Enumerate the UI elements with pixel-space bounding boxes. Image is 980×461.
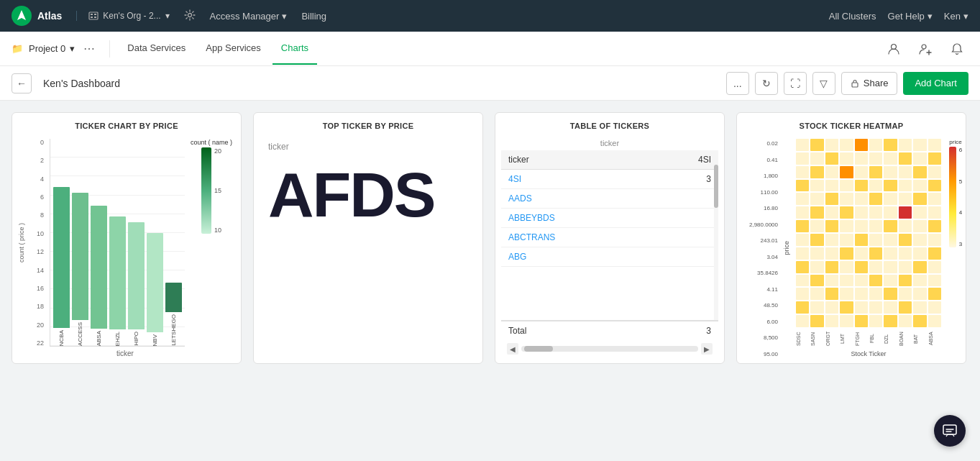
bar-chart-area: count ( price ) 22 20 18 16 14 12 10 8 6…: [18, 139, 232, 347]
heatmap-cell: [928, 247, 941, 260]
heatmap-y-label: 110.00: [743, 189, 778, 196]
heatmap-cell: [913, 261, 926, 273]
invite-icon-button[interactable]: [914, 37, 937, 60]
heatmap-cell: [899, 152, 912, 165]
heatmap-cell: [855, 301, 868, 314]
svg-point-6: [188, 13, 191, 17]
heatmap-x-label: SDSC: [796, 329, 809, 349]
fullscreen-button[interactable]: ⛶: [784, 72, 807, 95]
project-selector[interactable]: 📁 Project 0 ▾: [12, 43, 75, 54]
get-help-dropdown-icon: ▾: [928, 11, 933, 22]
heatmap-cell: [796, 220, 809, 232]
back-button[interactable]: ←: [12, 73, 32, 93]
logo-text: Atlas: [37, 10, 62, 22]
heatmap-y-label: 243.01: [743, 237, 778, 244]
value-cell: [651, 189, 718, 209]
charts-link[interactable]: Charts: [273, 32, 317, 65]
heatmap-cell: [913, 152, 926, 165]
heatmap-x-label: BOAN: [899, 329, 912, 349]
logo-area[interactable]: Atlas: [12, 6, 62, 26]
filter-button[interactable]: ▽: [812, 72, 835, 95]
bar-fill: [165, 283, 182, 312]
legend-label: count ( name ): [191, 139, 232, 146]
heatmap-y-label: 3.04: [743, 254, 778, 260]
heatmap-row: [796, 301, 941, 314]
access-manager-button[interactable]: Access Manager ▾: [210, 11, 288, 22]
heatmap-cell: [840, 193, 853, 205]
heatmap-cell: [855, 152, 868, 165]
h-scroll-track[interactable]: [521, 346, 698, 352]
heatmap-cell: [796, 166, 809, 178]
vertical-scrollbar[interactable]: [714, 150, 718, 320]
org-selector[interactable]: Ken's Org - 2... ▾: [76, 11, 169, 21]
value-cell: [651, 228, 718, 247]
heatmap-row: [796, 261, 941, 273]
heatmap-cell: [840, 247, 853, 260]
bar-chart-container: count ( price ) 22 20 18 16 14 12 10 8 6…: [12, 133, 241, 363]
project-menu-dots[interactable]: ⋯: [78, 39, 101, 58]
refresh-button[interactable]: ↻: [755, 72, 778, 95]
heatmap-cell: [810, 180, 823, 192]
heatmap-cell: [840, 234, 853, 246]
heatmap-cell: [796, 234, 809, 246]
heatmap-cell: [913, 139, 926, 151]
heatmap-cell: [913, 166, 926, 178]
scroll-right-button[interactable]: ▶: [701, 343, 713, 355]
ticker-chart-card: TICKER CHART BY PRICE count ( price ) 22…: [12, 112, 242, 364]
heatmap-cell: [825, 166, 838, 178]
billing-button[interactable]: Billing: [301, 11, 326, 22]
heatmap-cell: [840, 220, 853, 232]
more-options-button[interactable]: ...: [726, 72, 749, 95]
heatmap-cell: [840, 261, 853, 273]
data-services-link[interactable]: Data Services: [119, 32, 194, 65]
secondary-nav-right: [882, 37, 968, 60]
bar-label: ACCESS: [77, 322, 83, 346]
heatmap-cell: [810, 166, 823, 178]
bar-item: NCBA: [53, 187, 70, 346]
bar-item: LETSHEGO: [165, 283, 182, 346]
heatmap-row: [796, 275, 941, 287]
heatmap-cell: [796, 180, 809, 192]
col-4si-header: 4SI: [651, 150, 718, 170]
heatmap-cell: [884, 206, 897, 219]
heatmap-cell: [796, 301, 809, 314]
heatmap-cell: [869, 315, 882, 327]
heatmap-cell: [825, 193, 838, 205]
heatmap-cell: [913, 180, 926, 192]
heatmap-cell: [825, 180, 838, 192]
user-menu-button[interactable]: Ken ▾: [944, 11, 968, 22]
all-clusters-button[interactable]: All Clusters: [829, 11, 876, 22]
heatmap-legend: price 6 5 4 3: [948, 139, 963, 357]
heatmap-x-label: FTGH: [855, 329, 868, 349]
heatmap-cell: [884, 220, 897, 232]
table-chart-container: ticker ticker 4SI 4SI3AADSABBEYBDSABCTRA…: [495, 133, 724, 363]
table-scroll-area[interactable]: ticker 4SI 4SI3AADSABBEYBDSABCTRANSABG: [501, 150, 718, 320]
heatmap-cell: [810, 220, 823, 232]
nav-right: All Clusters Get Help ▾ Ken ▾: [829, 11, 968, 22]
add-chart-button[interactable]: Add Chart: [903, 72, 968, 95]
notification-icon-button[interactable]: [945, 37, 968, 60]
scroll-left-button[interactable]: ◀: [507, 343, 518, 355]
heatmap-cell: [899, 275, 912, 287]
user-access-icon-button[interactable]: [882, 37, 905, 60]
heatmap-chart-card: STOCK TICKER HEATMAP 0.020.411,800110.00…: [736, 112, 966, 364]
lock-icon: [851, 79, 859, 88]
heatmap-cell: [810, 315, 823, 327]
table-row: ABCTRANS: [501, 228, 718, 247]
heatmap-cell: [928, 261, 941, 273]
bar-fill: [91, 206, 107, 328]
heatmap-cell: [796, 139, 809, 151]
bar-chart-title: TICKER CHART BY PRICE: [12, 113, 241, 133]
share-button[interactable]: Share: [841, 72, 898, 95]
settings-button[interactable]: [184, 9, 196, 23]
heatmap-cell: [899, 193, 912, 205]
app-services-link[interactable]: App Services: [197, 32, 270, 65]
heatmap-chart-title: STOCK TICKER HEATMAP: [737, 113, 966, 133]
org-dropdown-icon: ▾: [165, 11, 170, 21]
get-help-button[interactable]: Get Help ▾: [888, 11, 933, 22]
table-body: 4SI3AADSABBEYBDSABCTRANSABG: [501, 170, 718, 267]
heatmap-cell: [913, 275, 926, 287]
table-row: 4SI3: [501, 170, 718, 189]
heatmap-cell: [884, 166, 897, 178]
project-dropdown-icon: ▾: [70, 43, 75, 54]
